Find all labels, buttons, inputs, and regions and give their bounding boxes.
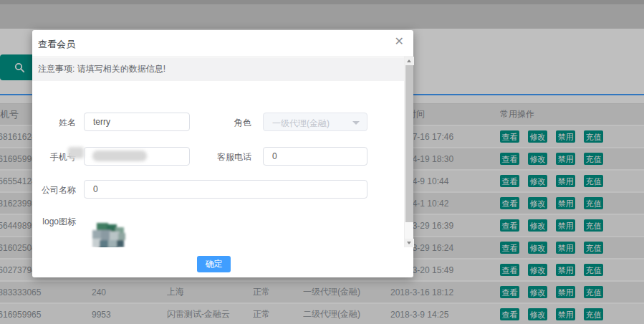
dialog-footer: 确定 [32,247,413,277]
app-root: 手机号注册时间常用操作 136816162462018-7-16 17:46查看… [0,0,644,324]
notice-text: 注意事项: 请填写相关的数据信息! [38,63,165,75]
dialog-body: 注意事项: 请填写相关的数据信息! 姓名 角色 一级代理(金融) 手机号 客服电… [32,57,404,247]
company-name-field[interactable] [84,180,367,199]
scroll-down-arrow-icon[interactable] [405,239,414,247]
service-phone-field[interactable] [263,147,367,166]
phone-label-redaction-blur [68,147,84,158]
close-icon: ✕ [395,34,404,48]
scrollbar-thumb[interactable] [405,65,413,222]
view-member-dialog: 查看会员 ✕ 注意事项: 请填写相关的数据信息! 姓名 角色 一级代理(金融) … [32,30,413,277]
service-phone-label: 客服电话 [140,151,251,163]
name-label: 姓名 [32,117,76,129]
company-name-label: 公司名称 [32,184,76,196]
logo-image [88,221,130,247]
dialog-header: 查看会员 ✕ [32,30,413,57]
close-button[interactable]: ✕ [395,36,404,47]
dialog-title: 查看会员 [38,38,75,51]
logo-label: logo图标 [32,216,76,228]
scroll-up-arrow-icon[interactable] [405,57,414,65]
dialog-scrollbar [404,57,413,247]
phone-value-redaction-blur [92,151,147,161]
confirm-button[interactable]: 确定 [197,256,231,272]
notice-banner: 注意事项: 请填写相关的数据信息! [32,57,404,81]
role-label: 角色 [140,117,251,129]
role-select[interactable]: 一级代理(金融) [263,113,367,131]
role-selected-value: 一级代理(金融) [272,118,330,130]
chevron-down-icon [352,121,360,125]
